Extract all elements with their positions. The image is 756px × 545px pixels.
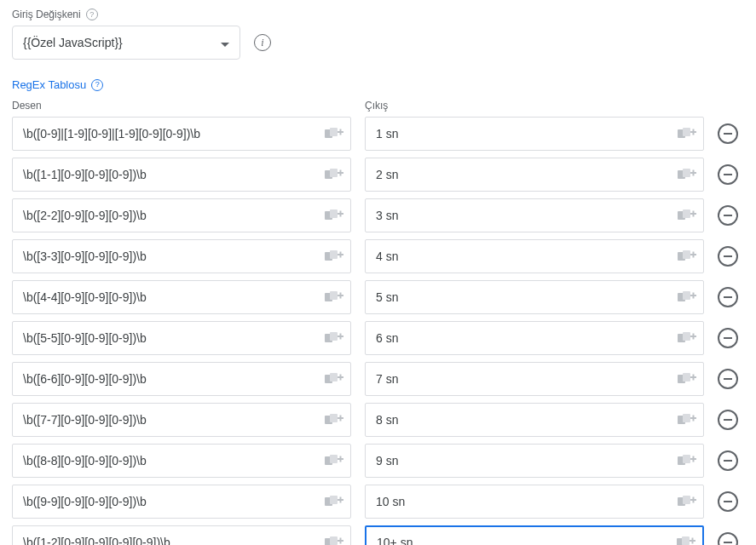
pattern-input[interactable] bbox=[13, 404, 350, 436]
svg-rect-15 bbox=[693, 170, 695, 176]
variable-insert-icon[interactable] bbox=[325, 331, 343, 345]
variable-insert-icon[interactable] bbox=[678, 372, 696, 386]
pattern-input[interactable] bbox=[13, 158, 350, 191]
output-input[interactable] bbox=[366, 281, 703, 313]
remove-row-button[interactable] bbox=[718, 491, 738, 512]
output-input[interactable] bbox=[366, 240, 703, 272]
output-input[interactable] bbox=[366, 118, 703, 150]
pattern-field bbox=[12, 403, 351, 437]
pattern-input[interactable] bbox=[13, 322, 350, 354]
minus-icon bbox=[724, 337, 732, 339]
output-input[interactable] bbox=[366, 363, 703, 395]
minus-icon bbox=[724, 501, 732, 502]
pattern-input[interactable] bbox=[13, 281, 350, 313]
svg-rect-21 bbox=[683, 209, 690, 218]
variable-insert-icon[interactable] bbox=[678, 127, 696, 141]
svg-rect-11 bbox=[340, 170, 342, 176]
output-field bbox=[365, 485, 704, 519]
regex-table-rows bbox=[12, 117, 744, 545]
remove-row-button[interactable] bbox=[718, 164, 738, 185]
remove-row-button[interactable] bbox=[718, 246, 738, 267]
variable-insert-icon[interactable] bbox=[678, 168, 696, 181]
pattern-input[interactable] bbox=[13, 199, 350, 232]
table-row bbox=[12, 198, 744, 232]
table-row bbox=[12, 444, 744, 478]
variable-insert-icon[interactable] bbox=[678, 290, 696, 304]
remove-row-button[interactable] bbox=[718, 123, 738, 144]
variable-insert-icon[interactable] bbox=[325, 290, 343, 304]
svg-rect-3 bbox=[340, 129, 342, 135]
output-input[interactable] bbox=[366, 158, 703, 191]
minus-icon bbox=[724, 460, 732, 462]
svg-rect-75 bbox=[340, 497, 342, 503]
output-field bbox=[365, 403, 704, 437]
pattern-field bbox=[12, 239, 351, 273]
variable-insert-icon[interactable] bbox=[325, 454, 343, 468]
help-icon[interactable]: ? bbox=[91, 79, 103, 91]
output-input[interactable] bbox=[366, 322, 703, 354]
variable-insert-icon[interactable] bbox=[678, 331, 696, 345]
variable-insert-icon[interactable] bbox=[678, 495, 696, 508]
output-input[interactable] bbox=[366, 485, 703, 518]
remove-row-button[interactable] bbox=[718, 532, 738, 545]
remove-row-button[interactable] bbox=[718, 410, 738, 430]
svg-rect-13 bbox=[683, 169, 690, 177]
svg-rect-59 bbox=[340, 416, 342, 422]
variable-insert-icon[interactable] bbox=[325, 495, 343, 508]
output-field bbox=[365, 321, 704, 355]
svg-rect-27 bbox=[340, 252, 342, 258]
svg-rect-83 bbox=[340, 538, 342, 544]
pattern-input[interactable] bbox=[13, 363, 350, 395]
remove-row-button[interactable] bbox=[718, 205, 738, 226]
pattern-input[interactable] bbox=[13, 485, 350, 518]
output-input[interactable] bbox=[366, 404, 703, 436]
pattern-field bbox=[12, 158, 351, 192]
svg-rect-63 bbox=[693, 416, 695, 422]
remove-row-button[interactable] bbox=[718, 450, 738, 471]
regex-table-label: RegEx Tablosu ? bbox=[12, 78, 744, 91]
svg-rect-85 bbox=[682, 536, 690, 545]
svg-rect-39 bbox=[693, 293, 695, 299]
remove-row-button[interactable] bbox=[718, 328, 738, 348]
input-variable-dropdown[interactable]: {{Özel JavaScript}} bbox=[12, 26, 240, 60]
variable-insert-icon[interactable] bbox=[325, 209, 343, 222]
pattern-input[interactable] bbox=[13, 526, 350, 545]
variable-insert-icon[interactable] bbox=[678, 454, 696, 468]
remove-row-button[interactable] bbox=[718, 287, 738, 307]
svg-rect-31 bbox=[693, 252, 695, 258]
table-row bbox=[12, 485, 744, 519]
svg-rect-29 bbox=[683, 250, 690, 259]
output-input[interactable] bbox=[366, 445, 703, 477]
output-field bbox=[365, 362, 704, 396]
output-input[interactable] bbox=[366, 199, 703, 232]
pattern-input[interactable] bbox=[13, 445, 350, 477]
minus-icon bbox=[724, 255, 732, 257]
variable-insert-icon[interactable] bbox=[677, 536, 695, 545]
minus-icon bbox=[724, 133, 732, 135]
variable-insert-icon[interactable] bbox=[325, 372, 343, 386]
output-field bbox=[365, 158, 704, 192]
help-icon[interactable]: ? bbox=[86, 9, 98, 20]
variable-insert-icon[interactable] bbox=[325, 250, 343, 263]
svg-rect-51 bbox=[340, 375, 342, 381]
remove-row-button[interactable] bbox=[718, 369, 738, 389]
svg-rect-53 bbox=[683, 373, 690, 382]
variable-insert-icon[interactable] bbox=[325, 168, 343, 181]
variable-insert-icon[interactable] bbox=[678, 413, 696, 427]
variable-insert-icon[interactable] bbox=[325, 536, 343, 545]
table-row bbox=[12, 239, 744, 273]
svg-rect-73 bbox=[330, 496, 338, 504]
svg-rect-71 bbox=[693, 456, 695, 462]
output-field bbox=[365, 525, 704, 545]
svg-rect-7 bbox=[693, 129, 695, 135]
svg-rect-45 bbox=[683, 332, 690, 341]
info-icon[interactable]: i bbox=[254, 34, 271, 51]
variable-insert-icon[interactable] bbox=[678, 209, 696, 222]
pattern-input[interactable] bbox=[13, 240, 350, 272]
variable-insert-icon[interactable] bbox=[678, 250, 696, 263]
pattern-input[interactable] bbox=[13, 118, 350, 150]
variable-insert-icon[interactable] bbox=[325, 127, 343, 141]
minus-icon bbox=[724, 174, 732, 175]
variable-insert-icon[interactable] bbox=[325, 413, 343, 427]
output-input[interactable] bbox=[366, 527, 702, 545]
